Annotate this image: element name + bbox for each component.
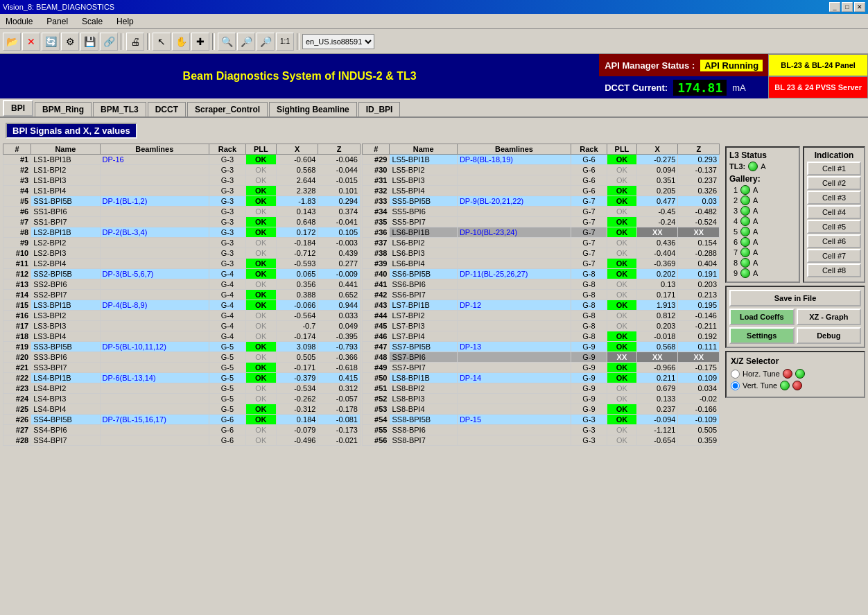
- menu-scale[interactable]: Scale: [79, 16, 105, 27]
- tab-bpi[interactable]: BPI: [3, 100, 33, 116]
- close-btn[interactable]: ✕: [854, 2, 865, 12]
- locale-select[interactable]: en_US.iso88591: [302, 34, 374, 49]
- table-row[interactable]: #42 SS6-BPI7 G-8 OK 0.171 0.213: [363, 290, 720, 300]
- save-btn[interactable]: 💾: [80, 33, 98, 51]
- settings-btn[interactable]: Settings: [729, 327, 795, 344]
- table-row[interactable]: #19 SS3-BPI5B DP-5(BL-10,11,12) G-5 OK 3…: [3, 342, 361, 352]
- table-row[interactable]: #55 SS8-BPI6 G-3 OK -1.121 0.505: [363, 425, 720, 435]
- table-row[interactable]: #21 SS3-BPI7 G-5 OK -0.171 -0.618: [3, 363, 361, 373]
- zoom-in-btn[interactable]: 🔍: [218, 33, 236, 51]
- cell-btn[interactable]: Cell #4: [807, 205, 861, 219]
- table-row[interactable]: #36 LS6-BPI1B DP-10(BL-23,24) G-7 OK XX …: [363, 227, 720, 238]
- hand-btn[interactable]: ✋: [172, 33, 190, 51]
- table-row[interactable]: #15 LS3-BPI1B DP-4(BL-8,9) G-4 OK -0.066…: [3, 300, 361, 311]
- print-btn[interactable]: 🖨: [126, 33, 144, 51]
- open-btn[interactable]: 📂: [3, 33, 21, 51]
- table-row[interactable]: #43 LS7-BPI1B DP-12 G-8 OK 1.913 0.195: [363, 300, 720, 311]
- table-row[interactable]: #24 LS4-BPI3 G-5 OK -0.262 -0.057: [3, 394, 361, 404]
- table-row[interactable]: #40 SS6-BPI5B DP-11(BL-25,26,27) G-8 OK …: [363, 269, 720, 279]
- debug-btn[interactable]: Debug: [797, 327, 862, 344]
- tab-id-bpi[interactable]: ID_BPI: [358, 102, 401, 116]
- table-row[interactable]: #9 LS2-BPI2 G-3 OK -0.184 -0.003: [3, 238, 361, 248]
- table-row[interactable]: #10 LS2-BPI3 G-3 OK -0.712 0.439: [3, 248, 361, 259]
- table-row[interactable]: #7 SS1-BPI7 G-3 OK 0.648 -0.041: [3, 217, 361, 227]
- table-row[interactable]: #14 SS2-BPI7 G-4 OK 0.388 0.652: [3, 290, 361, 300]
- table-row[interactable]: #37 LS6-BPI2 G-7 OK 0.436 0.154: [363, 238, 720, 248]
- table-row[interactable]: #31 LS5-BPI3 G-6 OK 0.351 0.237: [363, 175, 720, 186]
- cell-btn[interactable]: Cell #6: [807, 234, 861, 248]
- table-row[interactable]: #50 LS8-BPI1B DP-14 G-9 OK 0.211 0.109: [363, 373, 720, 383]
- table-row[interactable]: #45 LS7-BPI3 G-8 OK 0.203 -0.211: [363, 321, 720, 331]
- table-row[interactable]: #3 LS1-BPI3 G-3 OK 2.644 -0.015: [3, 175, 361, 186]
- zoom-reset-btn[interactable]: 1:1: [276, 33, 294, 51]
- table-row[interactable]: #4 LS1-BPI4 G-3 OK 2.328 0.101: [3, 186, 361, 196]
- table-row[interactable]: #48 SS7-BPI6 G-9 XX XX XX: [363, 352, 720, 363]
- tab-scraper[interactable]: Scraper_Control: [187, 102, 268, 116]
- zoom-out-btn[interactable]: 🔎: [257, 33, 275, 51]
- config-btn[interactable]: ⚙: [61, 33, 79, 51]
- cell-btn[interactable]: Cell #8: [807, 263, 861, 277]
- table-row[interactable]: #1 LS1-BPI1B DP-16 G-3 OK -0.604 -0.046: [3, 155, 361, 165]
- cell-btn[interactable]: Cell #3: [807, 191, 861, 205]
- table-row[interactable]: #11 LS2-BPI4 G-3 OK -0.593 0.277: [3, 259, 361, 269]
- table-row[interactable]: #38 LS6-BPI3 G-7 OK -0.404 -0.288: [363, 248, 720, 259]
- table-row[interactable]: #2 LS1-BPI2 G-3 OK 0.568 -0.044: [3, 165, 361, 175]
- table-row[interactable]: #52 LS8-BPI3 G-9 OK 0.133 -0.02: [363, 394, 720, 404]
- table-row[interactable]: #44 LS7-BPI2 G-8 OK 0.812 -0.146: [363, 311, 720, 321]
- table-row[interactable]: #47 SS7-BPI5B DP-13 G-9 OK 0.568 0.111: [363, 342, 720, 352]
- left-table-container[interactable]: # Name Beamlines Rack PLL X Z #1 LS1-BPI…: [3, 144, 361, 446]
- tab-bpm-ring[interactable]: BPM_Ring: [35, 102, 92, 116]
- horz-tune-radio[interactable]: [731, 370, 740, 379]
- menu-module[interactable]: Module: [3, 16, 35, 27]
- menu-panel[interactable]: Panel: [44, 16, 71, 27]
- table-row[interactable]: #30 LS5-BPI2 G-6 OK 0.094 -0.137: [363, 165, 720, 175]
- table-row[interactable]: #27 SS4-BPI6 G-6 OK -0.079 -0.173: [3, 425, 361, 435]
- table-row[interactable]: #46 LS7-BPI4 G-8 OK -0.018 0.192: [363, 331, 720, 342]
- xz-graph-btn[interactable]: XZ - Graph: [797, 309, 862, 325]
- cell-btn[interactable]: Cell #1: [807, 162, 861, 175]
- stop-btn[interactable]: ✕: [22, 33, 40, 51]
- table-row[interactable]: #29 LS5-BPI1B DP-8(BL-18,19) G-6 OK -0.2…: [363, 155, 720, 165]
- table-row[interactable]: #41 SS6-BPI6 G-8 OK 0.13 0.203: [363, 279, 720, 290]
- table-row[interactable]: #16 LS3-BPI2 G-4 OK -0.564 0.033: [3, 311, 361, 321]
- table-row[interactable]: #35 SS5-BPI7 G-7 OK -0.24 -0.524: [363, 217, 720, 227]
- maximize-btn[interactable]: □: [842, 2, 853, 12]
- panel-pvss-btn[interactable]: BL 23 & 24 PVSS Server: [768, 76, 868, 98]
- table-row[interactable]: #32 LS5-BPI4 G-6 OK 0.205 0.326: [363, 186, 720, 196]
- zoom-find-btn[interactable]: 🔎: [237, 33, 255, 51]
- table-row[interactable]: #49 SS7-BPI7 G-9 OK -0.966 -0.175: [363, 363, 720, 373]
- table-row[interactable]: #53 LS8-BPI4 G-9 OK 0.237 -0.166: [363, 404, 720, 415]
- table-row[interactable]: #51 LS8-BPI2 G-9 OK 0.679 0.034: [363, 383, 720, 394]
- load-coeffs-btn[interactable]: Load Coeffs: [729, 309, 795, 325]
- table-row[interactable]: #8 LS2-BPI1B DP-2(BL-3,4) G-3 OK 0.172 0…: [3, 227, 361, 238]
- table-row[interactable]: #23 LS4-BPI2 G-5 OK -0.534 0.312: [3, 383, 361, 394]
- table-row[interactable]: #6 SS1-BPI6 G-3 OK 0.143 0.374: [3, 207, 361, 217]
- window-controls[interactable]: _ □ ✕: [829, 2, 865, 12]
- table-row[interactable]: #18 LS3-BPI4 G-4 OK -0.174 -0.395: [3, 331, 361, 342]
- nav-btn[interactable]: 🔗: [100, 33, 118, 51]
- cell-btn[interactable]: Cell #7: [807, 249, 861, 263]
- cross-btn[interactable]: ✚: [191, 33, 209, 51]
- table-row[interactable]: #39 LS6-BPI4 G-7 OK -0.369 0.404: [363, 259, 720, 269]
- tab-sighting[interactable]: Sighting Beamline: [269, 102, 357, 116]
- table-row[interactable]: #20 SS3-BPI6 G-5 OK 0.505 -0.366: [3, 352, 361, 363]
- table-row[interactable]: #17 LS3-BPI3 G-4 OK -0.7 0.049: [3, 321, 361, 331]
- tab-bpm-tl3[interactable]: BPM_TL3: [93, 102, 146, 116]
- right-table-container[interactable]: # Name Beamlines Rack PLL X Z #29 LS5-BP…: [362, 144, 720, 446]
- table-row[interactable]: #22 LS4-BPI1B DP-6(BL-13,14) G-5 OK -0.3…: [3, 373, 361, 383]
- table-row[interactable]: #33 SS5-BPI5B DP-9(BL-20,21,22) G-7 OK 0…: [363, 196, 720, 207]
- cell-btn[interactable]: Cell #2: [807, 176, 861, 190]
- vert-tune-radio[interactable]: [731, 381, 740, 390]
- table-row[interactable]: #56 SS8-BPI7 G-3 OK -0.654 0.359: [363, 435, 720, 446]
- refresh-btn[interactable]: 🔄: [42, 33, 60, 51]
- menu-help[interactable]: Help: [114, 16, 137, 27]
- table-row[interactable]: #25 LS4-BPI4 G-5 OK -0.312 -0.178: [3, 404, 361, 415]
- table-row[interactable]: #28 SS4-BPI7 G-6 OK -0.496 -0.021: [3, 435, 361, 446]
- table-row[interactable]: #5 SS1-BPI5B DP-1(BL-1,2) G-3 OK -1.83 0…: [3, 196, 361, 207]
- table-row[interactable]: #26 SS4-BPI5B DP-7(BL-15,16,17) G-6 OK 0…: [3, 415, 361, 425]
- table-row[interactable]: #54 SS8-BPI5B DP-15 G-3 OK -0.094 -0.109: [363, 415, 720, 425]
- minimize-btn[interactable]: _: [829, 2, 840, 12]
- cell-btn[interactable]: Cell #5: [807, 220, 861, 234]
- save-file-btn[interactable]: Save in File: [729, 290, 861, 306]
- table-row[interactable]: #34 SS5-BPI6 G-7 OK -0.45 -0.482: [363, 207, 720, 217]
